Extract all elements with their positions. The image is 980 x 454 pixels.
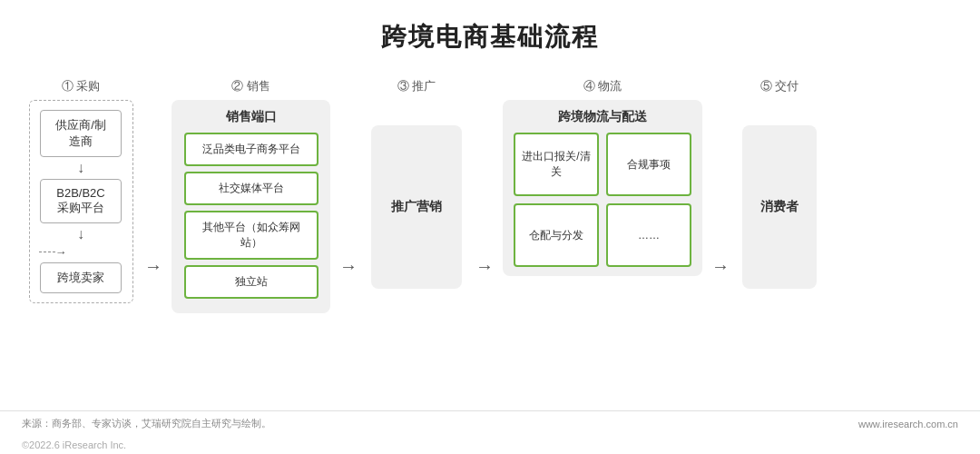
logistics-cell-2: 合规事项: [606, 133, 691, 196]
supplier-box: 供应商/制造商: [40, 110, 122, 157]
arrow-down-2: ↓: [77, 227, 84, 242]
footer-website: www.iresearch.com.cn: [858, 419, 958, 429]
stage-logistics: ④ 物流 跨境物流与配送 进出口报关/清关 合规事项 仓配与分发 ……: [498, 71, 707, 407]
stage5-label: ⑤ 交付: [760, 78, 799, 94]
consumer-box: 消费者: [742, 125, 817, 289]
arrow-icon-2: →: [339, 256, 358, 277]
stage-sales: ② 销售 销售端口 泛品类电子商务平台 社交媒体平台 其他平台（如众筹网站） 独…: [167, 71, 335, 407]
connector-1-2: →: [140, 125, 167, 407]
connector-3-4: →: [471, 125, 498, 407]
footer: 来源：商务部、专家访谈，艾瑞研究院自主研究与绘制。 www.iresearch.…: [0, 410, 980, 436]
sales-header: 销售端口: [226, 109, 277, 125]
copyright-bar: ©2022.6 iResearch Inc.: [0, 436, 980, 454]
promo-box: 推广营销: [371, 125, 462, 289]
stage1-label: ① 采购: [62, 78, 101, 94]
logistics-cell-4: ……: [606, 203, 691, 267]
arrow-icon-1: →: [144, 256, 162, 277]
stage2-bg: 销售端口 泛品类电子商务平台 社交媒体平台 其他平台（如众筹网站） 独立站: [172, 100, 330, 313]
b2b-box: B2B/B2C 采购平台: [40, 179, 122, 223]
main-title: 跨境电商基础流程: [0, 0, 980, 71]
arrow-down-1: ↓: [77, 161, 84, 175]
stage-delivery: ⑤ 交付 消费者: [734, 71, 825, 407]
copyright-text: ©2022.6 iResearch Inc.: [22, 439, 126, 450]
stage4-inner: 跨境物流与配送 进出口报关/清关 合规事项 仓配与分发 ……: [503, 100, 702, 276]
stage-promotion: ③ 推广 推广营销: [362, 71, 471, 407]
stage-procurement: ① 采购 供应商/制造商 ↓ B2B/B2C 采购平台 ↓ → 跨境卖家: [22, 71, 140, 407]
stage2-label: ② 销售: [231, 78, 270, 94]
logistics-grid: 进出口报关/清关 合规事项 仓配与分发 ……: [514, 133, 691, 267]
stage4-label: ④ 物流: [583, 78, 622, 94]
sales-item-4: 独立站: [184, 265, 318, 299]
diagram-area: ① 采购 供应商/制造商 ↓ B2B/B2C 采购平台 ↓ → 跨境卖家: [0, 71, 980, 407]
footer-source: 来源：商务部、专家访谈，艾瑞研究院自主研究与绘制。: [22, 417, 271, 430]
arrow-icon-3: →: [475, 256, 494, 277]
logistics-header: 跨境物流与配送: [514, 109, 691, 125]
connector-2-3: →: [335, 125, 362, 407]
page-wrapper: 跨境电商基础流程 ① 采购 供应商/制造商 ↓ B2B/B2C 采购平台 ↓ →: [0, 0, 980, 454]
cross-border-seller-box: 跨境卖家: [40, 262, 122, 293]
dashed-arrow-row: →: [39, 245, 123, 259]
connector-4-5: →: [707, 125, 734, 407]
logistics-cell-1: 进出口报关/清关: [514, 133, 599, 196]
arrow-icon-4: →: [711, 256, 730, 277]
logistics-cell-3: 仓配与分发: [514, 203, 599, 267]
sales-item-1: 泛品类电子商务平台: [184, 133, 318, 166]
stage3-label: ③ 推广: [397, 78, 436, 94]
stage1-inner: 供应商/制造商 ↓ B2B/B2C 采购平台 ↓ → 跨境卖家: [29, 100, 133, 303]
sales-item-2: 社交媒体平台: [184, 172, 318, 205]
sales-item-3: 其他平台（如众筹网站）: [184, 211, 318, 260]
